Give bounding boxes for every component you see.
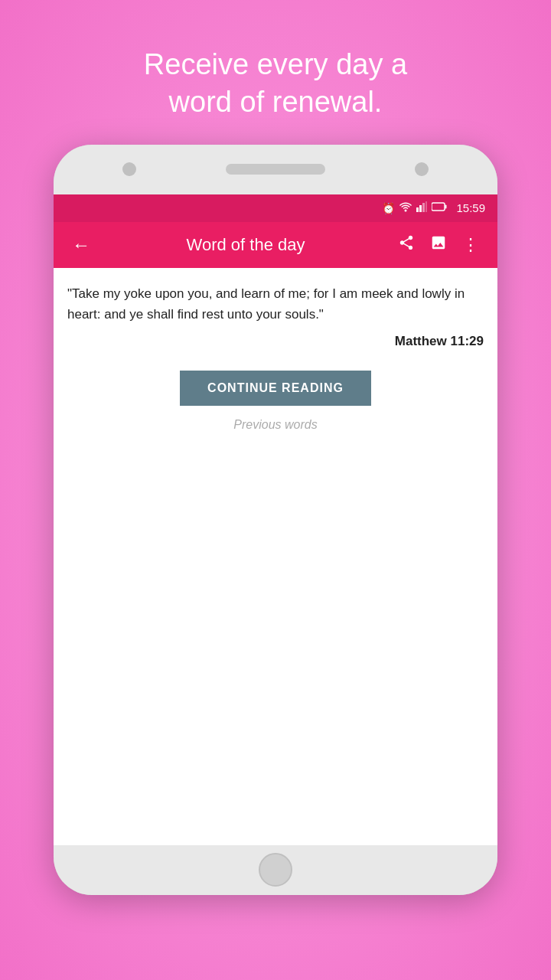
status-time: 15:59 bbox=[456, 201, 485, 214]
scripture-quote: "Take my yoke upon you, and learn of me;… bbox=[67, 283, 484, 325]
svg-rect-4 bbox=[425, 201, 427, 212]
signal-icon bbox=[416, 201, 427, 214]
app-title: Word of the day bbox=[99, 235, 392, 255]
toolbar-actions: ⋮ bbox=[392, 228, 485, 262]
svg-rect-2 bbox=[419, 205, 422, 212]
phone-screen: ⏰ bbox=[54, 194, 497, 845]
svg-rect-7 bbox=[433, 204, 439, 210]
svg-rect-1 bbox=[416, 207, 419, 212]
phone-top-bezel bbox=[54, 145, 497, 194]
home-button[interactable] bbox=[259, 853, 292, 887]
svg-rect-3 bbox=[422, 203, 425, 212]
battery-icon bbox=[432, 202, 447, 214]
front-camera-left bbox=[122, 162, 136, 176]
alarm-icon: ⏰ bbox=[382, 202, 395, 214]
content-area: "Take my yoke upon you, and learn of me;… bbox=[54, 268, 497, 845]
tagline-line2: word of renewal. bbox=[169, 86, 383, 118]
more-options-button[interactable]: ⋮ bbox=[456, 229, 485, 261]
speaker-grille bbox=[226, 164, 325, 175]
scripture-reference: Matthew 11:29 bbox=[67, 334, 484, 349]
previous-words-link[interactable]: Previous words bbox=[233, 418, 317, 432]
phone-bottom-bezel bbox=[54, 845, 497, 895]
status-bar: ⏰ bbox=[54, 194, 497, 222]
continue-reading-button[interactable]: CONTINUE READING bbox=[180, 371, 371, 406]
status-icons: ⏰ bbox=[382, 201, 485, 214]
svg-point-0 bbox=[405, 210, 407, 212]
image-button[interactable] bbox=[424, 228, 453, 262]
wifi-icon bbox=[399, 201, 412, 214]
share-button[interactable] bbox=[392, 228, 421, 262]
app-bar: ← Word of the day ⋮ bbox=[54, 222, 497, 268]
svg-rect-6 bbox=[445, 205, 447, 209]
tagline-line1: Receive every day a bbox=[144, 48, 407, 80]
front-camera-right bbox=[415, 162, 429, 176]
tagline: Receive every day a word of renewal. bbox=[98, 46, 453, 122]
back-button[interactable]: ← bbox=[66, 228, 96, 262]
phone-frame: ⏰ bbox=[54, 145, 497, 895]
